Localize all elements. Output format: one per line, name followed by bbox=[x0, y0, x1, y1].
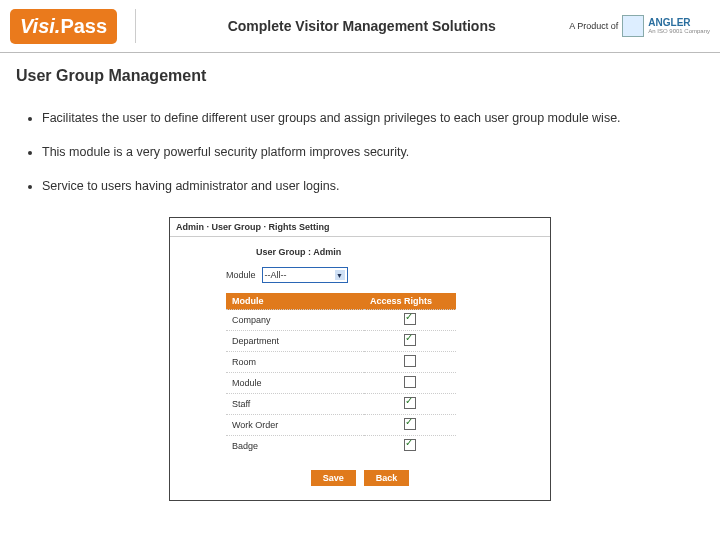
logo-left: Visi. bbox=[20, 15, 60, 37]
header-rule bbox=[0, 52, 720, 53]
checkbox-icon[interactable] bbox=[404, 397, 416, 409]
list-item: Service to users having administrator an… bbox=[42, 171, 698, 201]
module-value: --All-- bbox=[265, 270, 287, 280]
checkbox-icon[interactable] bbox=[404, 313, 416, 325]
save-button[interactable]: Save bbox=[311, 470, 356, 486]
module-cell: Work Order bbox=[226, 415, 364, 436]
access-cell bbox=[364, 394, 456, 415]
checkbox-icon[interactable] bbox=[404, 334, 416, 346]
access-cell bbox=[364, 415, 456, 436]
list-item: Facilitates the user to define different… bbox=[42, 103, 698, 133]
col-access: Access Rights bbox=[364, 293, 456, 310]
access-cell bbox=[364, 352, 456, 373]
list-item: This module is a very powerful security … bbox=[42, 137, 698, 167]
embedded-screenshot: Admin · User Group · Rights Setting User… bbox=[169, 217, 551, 501]
logo-right: Pass bbox=[60, 15, 107, 37]
checkbox-icon[interactable] bbox=[404, 439, 416, 451]
module-label: Module bbox=[226, 270, 256, 280]
module-select[interactable]: --All-- ▼ bbox=[262, 267, 348, 283]
table-row: Badge bbox=[226, 436, 456, 457]
slide-header: Visi.Pass Complete Visitor Management So… bbox=[0, 0, 720, 52]
access-cell bbox=[364, 373, 456, 394]
checkbox-icon[interactable] bbox=[404, 355, 416, 367]
table-row: Staff bbox=[226, 394, 456, 415]
checkbox-icon[interactable] bbox=[404, 418, 416, 430]
table-row: Room bbox=[226, 352, 456, 373]
access-cell bbox=[364, 436, 456, 457]
table-row: Company bbox=[226, 310, 456, 331]
chevron-down-icon: ▼ bbox=[335, 270, 345, 280]
table-row: Module bbox=[226, 373, 456, 394]
access-cell bbox=[364, 310, 456, 331]
module-cell: Module bbox=[226, 373, 364, 394]
divider bbox=[135, 9, 136, 43]
tagline: Complete Visitor Management Solutions bbox=[154, 18, 569, 34]
module-cell: Staff bbox=[226, 394, 364, 415]
table-row: Work Order bbox=[226, 415, 456, 436]
module-cell: Department bbox=[226, 331, 364, 352]
access-cell bbox=[364, 331, 456, 352]
checkbox-icon[interactable] bbox=[404, 376, 416, 388]
angler-logo: ANGLER An ISO 9001 Company bbox=[622, 15, 710, 37]
page-title: User Group Management bbox=[16, 67, 720, 85]
module-cell: Badge bbox=[226, 436, 364, 457]
col-module: Module bbox=[226, 293, 364, 310]
angler-sub: An ISO 9001 Company bbox=[648, 28, 710, 34]
table-row: Department bbox=[226, 331, 456, 352]
module-cell: Company bbox=[226, 310, 364, 331]
breadcrumb: Admin · User Group · Rights Setting bbox=[170, 218, 550, 237]
usergroup-caption: User Group : Admin bbox=[256, 247, 524, 257]
rights-table: Module Access Rights CompanyDepartmentRo… bbox=[226, 293, 456, 456]
back-button[interactable]: Back bbox=[364, 470, 410, 486]
module-cell: Room bbox=[226, 352, 364, 373]
bullet-list: Facilitates the user to define different… bbox=[42, 103, 698, 201]
a-product-of: A Product of bbox=[569, 21, 618, 31]
angler-name: ANGLER bbox=[648, 18, 710, 28]
visipass-logo: Visi.Pass bbox=[10, 9, 117, 44]
angler-icon bbox=[622, 15, 644, 37]
